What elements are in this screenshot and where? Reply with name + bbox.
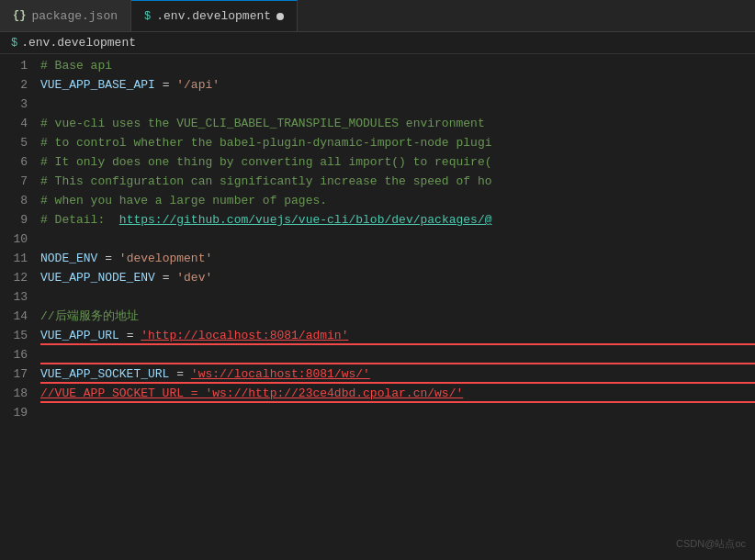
code-line-4: # vue-cli uses the VUE_CLI_BABEL_TRANSPI… xyxy=(40,114,755,133)
code-line-16 xyxy=(40,345,755,364)
code-line-9: # Detail: https://github.com/vuejs/vue-c… xyxy=(40,210,755,230)
tab-icon-package-json: {} xyxy=(13,9,26,22)
code-line-8: # when you have a large number of pages. xyxy=(40,191,755,210)
code-line-18: //VUE_APP_SOCKET_URL = 'ws://http://23ce… xyxy=(40,384,755,403)
breadcrumb-path: .env.development xyxy=(21,36,136,50)
line-number-3: 3 xyxy=(0,95,28,114)
code-line-13 xyxy=(40,287,755,307)
code-line-15: VUE_APP_URL = 'http://localhost:8081/adm… xyxy=(40,326,755,345)
line-numbers: 12345678910111213141516171819 xyxy=(0,54,37,557)
line-number-18: 18 xyxy=(0,384,28,403)
code-line-3 xyxy=(40,95,755,114)
tab-icon-env-development: $ xyxy=(144,10,151,23)
editor: 12345678910111213141516171819 # Base api… xyxy=(0,54,755,557)
breadcrumb-icon: $ xyxy=(11,37,17,50)
code-line-6: # It only does one thing by converting a… xyxy=(40,152,755,172)
line-number-11: 11 xyxy=(0,249,28,268)
tab-bar: {} package.json $ .env.development xyxy=(0,0,755,32)
line-number-15: 15 xyxy=(0,326,28,345)
line-number-1: 1 xyxy=(0,56,28,75)
watermark: CSDN@站点oc xyxy=(676,537,746,551)
line-number-19: 19 xyxy=(0,403,28,422)
tab-modified-dot xyxy=(276,13,284,20)
line-number-17: 17 xyxy=(0,364,28,384)
tab-label-package-json: package.json xyxy=(31,9,118,23)
code-line-1: # Base api xyxy=(40,56,755,75)
line-number-9: 9 xyxy=(0,210,28,230)
line-number-8: 8 xyxy=(0,191,28,210)
code-line-17: VUE_APP_SOCKET_URL = 'ws://localhost:808… xyxy=(40,364,755,384)
code-line-10 xyxy=(40,230,755,249)
line-number-13: 13 xyxy=(0,287,28,307)
tab-label-env-development: .env.development xyxy=(156,9,271,23)
line-number-12: 12 xyxy=(0,268,28,287)
line-number-6: 6 xyxy=(0,152,28,172)
tab-env-development[interactable]: $ .env.development xyxy=(131,0,298,31)
code-area[interactable]: # Base apiVUE_APP_BASE_API = '/api' # vu… xyxy=(37,54,755,557)
tab-package-json[interactable]: {} package.json xyxy=(0,0,131,31)
breadcrumb: $ .env.development xyxy=(0,32,755,54)
line-number-10: 10 xyxy=(0,230,28,249)
code-line-7: # This configuration can significantly i… xyxy=(40,172,755,191)
code-line-19 xyxy=(40,403,755,422)
line-number-5: 5 xyxy=(0,133,28,152)
code-line-2: VUE_APP_BASE_API = '/api' xyxy=(40,75,755,95)
line-number-7: 7 xyxy=(0,172,28,191)
line-number-2: 2 xyxy=(0,75,28,95)
line-number-4: 4 xyxy=(0,114,28,133)
code-line-11: NODE_ENV = 'development' xyxy=(40,249,755,268)
code-line-5: # to control whether the babel-plugin-dy… xyxy=(40,133,755,152)
line-number-16: 16 xyxy=(0,345,28,364)
line-number-14: 14 xyxy=(0,307,28,326)
code-line-14: //后端服务的地址 xyxy=(40,307,755,326)
code-line-12: VUE_APP_NODE_ENV = 'dev' xyxy=(40,268,755,287)
